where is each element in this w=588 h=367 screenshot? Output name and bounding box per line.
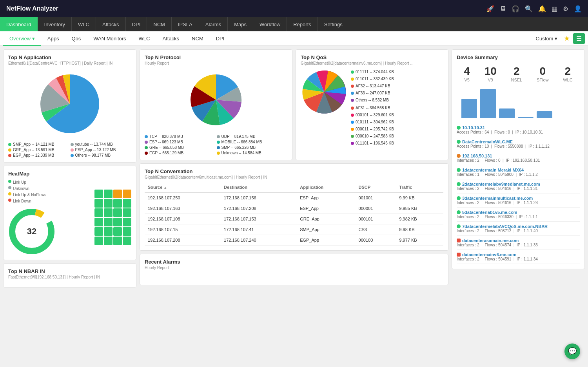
device-name-8[interactable]: datacenterasamain.me.com: [457, 238, 580, 243]
table-row: 192.168.107.15 172.168.107.41 SMP_App CS…: [145, 224, 443, 235]
monitor-icon[interactable]: 🖥: [500, 5, 506, 12]
stat-wlc: 2 WLC: [563, 65, 572, 82]
device-name-9[interactable]: datacentermainv6.me.com: [457, 252, 580, 257]
status-dot-8: [457, 239, 461, 242]
device-info-9: Interfaces : 2 | Flows : 504591 | IP : 1…: [457, 257, 580, 261]
qos-rdot5: [351, 135, 354, 138]
col-traffic[interactable]: Traffic: [396, 183, 443, 192]
qos-rlabel5: 000010 -- 247.583 KB: [356, 133, 394, 140]
legend-esp: ESP_App -- 13.122 MB: [71, 148, 132, 152]
bar-v5: [461, 99, 477, 118]
col-application[interactable]: Application: [297, 183, 355, 192]
qos-dot2: [351, 78, 354, 81]
dst-3: 172.168.107.41: [221, 224, 297, 235]
subnav-overview[interactable]: Overview ▾: [3, 32, 41, 46]
legend-tcp: TCP -- 820.878 MB: [145, 134, 216, 139]
hm-cell-2: [113, 190, 122, 198]
src-4: 192.168.107.208: [145, 235, 221, 246]
top-n-nbar-subtitle: FastEthernet0/0[192.168.50.131] | Hourly…: [8, 275, 131, 279]
hm-cell-15: [123, 218, 131, 226]
top-n-nbar-card: Top N NBAR IN FastEthernet0/0[192.168.50…: [3, 263, 136, 287]
top-n-protocol-title: Top N Protocol: [145, 54, 287, 60]
subnav-custom[interactable]: Custom ▾: [530, 32, 564, 46]
subnav-wan-monitors[interactable]: WAN Monitors: [87, 32, 132, 46]
user-icon[interactable]: 👤: [574, 5, 582, 13]
device-name-2[interactable]: 192.168.50.131: [457, 154, 580, 158]
dscp-0: 001001: [356, 192, 396, 203]
hm-cell-3: [123, 190, 131, 198]
grid-button[interactable]: ☰: [573, 33, 585, 44]
nav-dashboard[interactable]: Dashboard: [0, 17, 38, 31]
top-n-application-chart: SMP_App -- 14.121 MB youtube -- 13.744 M…: [8, 69, 131, 157]
table-row: 192.168.107.108 172.168.107.153 GRE_App …: [145, 214, 443, 224]
subnav-dpi[interactable]: DPI: [210, 32, 231, 46]
device-name-6[interactable]: 5datacenterlab1v5.me.com: [457, 210, 580, 215]
top-n-application-card: Top N Application Ethernet0/1[DataCentre…: [3, 49, 136, 163]
legend-dot-udp: [217, 135, 220, 138]
left-column: Top N Application Ethernet0/1[DataCentre…: [3, 49, 136, 363]
nav-wlc[interactable]: WLC: [72, 17, 96, 31]
device-name-text-9: datacentermainv6.me.com: [462, 252, 516, 257]
qos-rdot2: [351, 114, 354, 117]
bell-icon[interactable]: 🔔: [538, 5, 546, 13]
status-dot-6: [457, 210, 461, 214]
hm-cell-8: [94, 208, 103, 217]
table-header-row: Source ▲ Destination Application DSCP Tr…: [145, 183, 443, 192]
legend-dot-unknown: [217, 152, 220, 155]
col-dscp[interactable]: DSCP: [356, 183, 396, 192]
subnav-qos[interactable]: Qos: [65, 32, 87, 46]
legend-label-unknown: Unknown -- 14.584 MB: [221, 151, 261, 155]
device-name-5[interactable]: 3datacentermainmulticast.me.com: [457, 196, 580, 201]
chat-button[interactable]: 💬: [564, 343, 580, 359]
col-destination[interactable]: Destination: [221, 183, 297, 192]
qos-l3: AF32 -- 313.447 KB: [351, 83, 394, 90]
subnav-attacks[interactable]: Attacks: [156, 32, 185, 46]
star-button[interactable]: ★: [564, 34, 570, 43]
stat-label-v5: V5: [464, 78, 470, 82]
device-name-0[interactable]: 10.10.10.31: [457, 125, 580, 130]
src-2: 192.168.107.108: [145, 214, 221, 224]
stat-number-v5: 4: [464, 65, 470, 78]
device-name-text-0: 10.10.10.31: [462, 125, 485, 130]
headphones-icon[interactable]: 🎧: [512, 5, 519, 13]
nav-inventory[interactable]: Inventory: [38, 17, 72, 31]
device-name-1[interactable]: DataCentremainWLC.ME: [457, 139, 580, 144]
hm-cell-17: [104, 227, 113, 236]
gear-icon[interactable]: ⚙: [563, 5, 568, 13]
qos-rlabel3: 010111 -- 304.962 KB: [356, 119, 394, 126]
qos-content: 011111 -- 374.044 KB 011011 -- 332.439 K…: [301, 69, 443, 147]
search-icon[interactable]: 🔍: [525, 5, 533, 13]
nav-workflow[interactable]: Workflow: [253, 17, 287, 31]
nav-ipsla[interactable]: IPSLA: [172, 17, 199, 31]
device-name-7[interactable]: 7datacentermelabAVCQoS.me.com.NBAR: [457, 224, 580, 229]
col-source[interactable]: Source ▲: [145, 183, 221, 192]
nav-attacks[interactable]: Attacks: [96, 17, 126, 31]
device-item-6: 5datacenterlab1v5.me.com Interfaces : 2 …: [457, 208, 580, 222]
barcode-icon[interactable]: ▦: [552, 5, 557, 13]
nav-ncm[interactable]: NCM: [147, 17, 172, 31]
stat-label-v9: V9: [485, 78, 497, 82]
device-name-text-2: 192.168.50.131: [462, 154, 492, 158]
device-bar-chart: [457, 87, 580, 118]
qos-label1: 011111 -- 374.044 KB: [356, 69, 394, 76]
nav-maps[interactable]: Maps: [228, 17, 253, 31]
device-name-3[interactable]: 1datacentermain Meraki MX64: [457, 168, 580, 172]
nav-reports[interactable]: Reports: [287, 17, 318, 31]
device-name-4[interactable]: 2datacentermelabv9medianet.me.com: [457, 182, 580, 186]
subnav-wlc[interactable]: WLC: [132, 32, 156, 46]
legend-dot-proto-egp: [145, 152, 148, 155]
nav-alarms[interactable]: Alarms: [199, 17, 228, 31]
traffic-0: 9.99 KB: [396, 192, 443, 203]
hm-cell-4: [94, 199, 103, 208]
dst-4: 172.168.107.240: [221, 235, 297, 246]
qos-r5: 000010 -- 247.583 KB: [351, 133, 394, 140]
nav-dpi[interactable]: DPI: [126, 17, 147, 31]
device-name-text-3: 1datacentermain Meraki MX64: [462, 168, 524, 172]
qos-rdot3: [351, 121, 354, 124]
nav-settings[interactable]: Settings: [318, 17, 349, 31]
app-0: ESP_App: [297, 192, 355, 203]
rocket-icon[interactable]: 🚀: [486, 5, 494, 13]
subnav-apps[interactable]: Apps: [41, 32, 65, 46]
subnav-ncm[interactable]: NCM: [185, 32, 210, 46]
protocol-legend: TCP -- 820.878 MB UDP -- 819.175 MB ESP …: [145, 134, 287, 155]
